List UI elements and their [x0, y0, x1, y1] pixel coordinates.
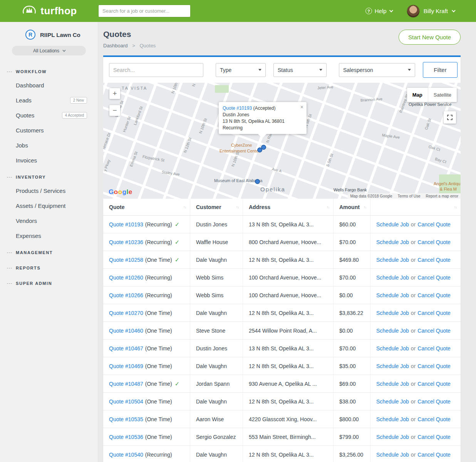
sidebar-item-invoices[interactable]: Invoices — [0, 153, 98, 168]
address-cell: 2544 Willow Point Road, A... — [243, 322, 333, 339]
cancel-quote-link[interactable]: Cancel Quote — [417, 221, 451, 228]
cancel-quote-link[interactable]: Cancel Quote — [417, 310, 451, 316]
quote-link[interactable]: Quote #10540 — [109, 452, 143, 458]
schedule-job-link[interactable]: Schedule Job — [376, 381, 409, 387]
schedule-job-link[interactable]: Schedule Job — [376, 416, 409, 422]
quote-link[interactable]: Quote #10460 — [109, 328, 143, 334]
cancel-quote-link[interactable]: Cancel Quote — [417, 363, 451, 369]
quote-link[interactable]: Quote #10536 — [109, 434, 143, 440]
sidebar-item-customers[interactable]: Customers — [0, 123, 98, 138]
column-header-address[interactable]: Address↑↓ — [243, 199, 333, 215]
app-logo[interactable]: turfhop — [0, 5, 98, 18]
quote-type-label: (One Time) — [145, 328, 172, 334]
cancel-quote-link[interactable]: Cancel Quote — [417, 292, 451, 298]
schedule-job-link[interactable]: Schedule Job — [376, 275, 409, 281]
schedule-job-link[interactable]: Schedule Job — [376, 310, 409, 316]
terms-of-use-link[interactable]: Terms of Use — [398, 194, 421, 198]
schedule-job-link[interactable]: Schedule Job — [376, 257, 409, 263]
column-header-actions[interactable]: ↑↓ — [370, 199, 461, 215]
quote-link[interactable]: Quote #10260 — [109, 275, 143, 281]
sidebar-item-assets-equipment[interactable]: Assets / Equipment — [0, 198, 98, 213]
cancel-quote-link[interactable]: Cancel Quote — [417, 257, 451, 263]
column-header-label: Amount — [339, 204, 360, 210]
schedule-job-link[interactable]: Schedule Job — [376, 239, 409, 245]
quote-link[interactable]: Quote #10266 — [109, 292, 143, 298]
report-map-error-link[interactable]: Report a map error — [426, 194, 458, 198]
cancel-quote-link[interactable]: Cancel Quote — [417, 381, 451, 387]
quote-link[interactable]: Quote #10487 — [109, 381, 143, 387]
satellite-view-button[interactable]: Satellite — [428, 88, 457, 102]
schedule-job-link[interactable]: Schedule Job — [376, 363, 409, 369]
cancel-quote-link[interactable]: Cancel Quote — [417, 239, 451, 245]
column-header-amount[interactable]: Amount↑↓ — [333, 199, 370, 215]
breadcrumb-dashboard[interactable]: Dashboard — [103, 43, 128, 49]
cancel-quote-link[interactable]: Cancel Quote — [417, 434, 451, 440]
quote-link[interactable]: Quote #10258 — [109, 257, 143, 263]
sort-icon[interactable]: ↑↓ — [236, 205, 239, 209]
user-avatar[interactable] — [407, 5, 420, 18]
quotes-map[interactable]: TA VISTAJeter AveBrannon AveOpelika Powe… — [103, 83, 461, 199]
filter-button[interactable]: Filter — [423, 62, 458, 78]
quote-link[interactable]: Quote #10193 — [109, 221, 143, 228]
quote-link[interactable]: Quote #10236 — [109, 239, 143, 245]
quote-type-label: (Recurring) — [145, 239, 172, 245]
google-logo[interactable]: Google — [109, 188, 132, 196]
quote-type-label: (One Time) — [145, 434, 172, 440]
schedule-job-link[interactable]: Schedule Job — [376, 398, 409, 405]
global-search-input[interactable] — [98, 5, 191, 17]
sort-icon[interactable]: ↑↓ — [327, 205, 329, 209]
type-select[interactable]: Type — [216, 63, 266, 77]
status-select[interactable]: Status — [273, 63, 327, 77]
sort-icon[interactable]: ↑↓ — [454, 205, 457, 209]
sort-icon[interactable]: ↑↓ — [183, 205, 186, 209]
location-selector[interactable]: All Locations — [12, 46, 86, 55]
user-menu[interactable]: Billy Kraft — [407, 5, 476, 18]
quote-link[interactable]: Quote #10467 — [109, 345, 143, 352]
quote-link[interactable]: Quote #10469 — [109, 363, 143, 369]
quote-cell: Quote #10460(One Time) — [103, 322, 190, 339]
map-marker[interactable] — [255, 179, 260, 184]
schedule-job-link[interactable]: Schedule Job — [376, 328, 409, 334]
column-header-quote[interactable]: Quote↑↓ — [103, 199, 190, 215]
schedule-job-link[interactable]: Schedule Job — [376, 434, 409, 440]
salesperson-select[interactable]: Salesperson — [339, 63, 415, 77]
quote-link[interactable]: Quote #10504 — [109, 398, 143, 405]
schedule-job-link[interactable]: Schedule Job — [376, 452, 409, 458]
sidebar-item-leads[interactable]: Leads2 New — [0, 93, 98, 108]
map-zoom-out-button[interactable]: − — [109, 105, 120, 116]
sidebar-item-products-services[interactable]: Products / Services — [0, 183, 98, 198]
map-view-button[interactable]: Map — [407, 88, 428, 102]
start-new-quote-button[interactable]: Start New Quote — [399, 30, 461, 45]
column-header-customer[interactable]: Customer↑↓ — [190, 199, 243, 215]
quotes-search-input[interactable] — [109, 63, 203, 77]
help-menu[interactable]: ? Help — [365, 8, 392, 14]
sidebar-item-quotes[interactable]: Quotes4 Accepted — [0, 108, 98, 123]
schedule-job-link[interactable]: Schedule Job — [376, 345, 409, 352]
info-window-close-icon[interactable]: × — [300, 104, 303, 110]
map-fullscreen-button[interactable] — [444, 111, 456, 124]
sort-icon[interactable]: ↑↓ — [364, 205, 366, 209]
map-zoom-in-button[interactable]: + — [109, 88, 120, 99]
quote-link[interactable]: Quote #10535 — [109, 416, 143, 422]
actions-cell: Schedule JoborCancel Quote — [370, 446, 461, 462]
company-row[interactable]: R RIIPL Lawn Co — [0, 22, 98, 40]
map-marker[interactable] — [261, 145, 266, 150]
table-row: Quote #10258(One Time)✓Dale Vaughn12 N 8… — [103, 251, 461, 269]
cancel-quote-link[interactable]: Cancel Quote — [417, 328, 451, 334]
customer-cell: Dale Vaughn — [190, 393, 243, 410]
cancel-quote-link[interactable]: Cancel Quote — [417, 275, 451, 281]
sidebar-item-vendors[interactable]: Vendors — [0, 213, 98, 228]
sidebar-item-jobs[interactable]: Jobs — [0, 138, 98, 153]
quote-link[interactable]: Quote #10270 — [109, 310, 143, 316]
cancel-quote-link[interactable]: Cancel Quote — [417, 416, 451, 422]
caret-down-icon — [319, 69, 322, 71]
table-row: Quote #10540(Recurring)Dale Vaughn12 N 8… — [103, 446, 461, 462]
sidebar-item-dashboard[interactable]: Dashboard — [0, 78, 98, 93]
schedule-job-link[interactable]: Schedule Job — [376, 292, 409, 298]
info-window-quote-link[interactable]: Quote #10193 — [223, 105, 252, 111]
cancel-quote-link[interactable]: Cancel Quote — [417, 345, 451, 352]
schedule-job-link[interactable]: Schedule Job — [376, 221, 409, 228]
sidebar-item-expenses[interactable]: Expenses — [0, 228, 98, 243]
cancel-quote-link[interactable]: Cancel Quote — [417, 398, 451, 405]
cancel-quote-link[interactable]: Cancel Quote — [417, 452, 451, 458]
